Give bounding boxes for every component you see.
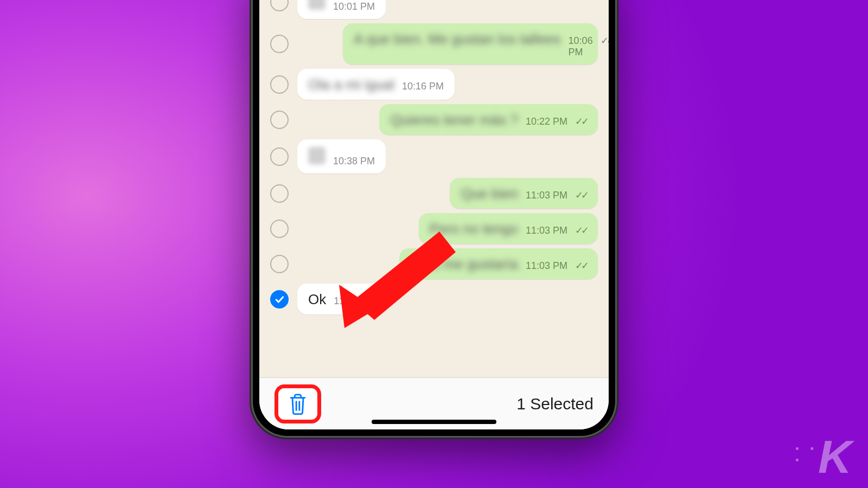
selection-circle[interactable] <box>270 111 289 129</box>
read-ticks-icon: ✓✓ <box>575 189 587 201</box>
message-time: 11:04 PM <box>334 296 375 307</box>
message-bubble-outgoing[interactable]: Pero me gustaría11:03 PM✓✓ <box>399 248 598 279</box>
message-row[interactable]: 10:38 PM <box>270 137 598 176</box>
message-time: 10:16 PM <box>402 81 444 92</box>
message-row[interactable]: Que bien11:03 PM✓✓ <box>270 176 598 211</box>
selection-circle[interactable] <box>270 75 289 94</box>
message-text: Ola a mi igual <box>308 76 394 93</box>
message-bubble-outgoing[interactable]: A que bien. Me gustan los tallees10:06 P… <box>343 23 598 65</box>
message-time: 10:38 PM <box>333 156 375 167</box>
selected-count-label: 1 Selected <box>516 395 593 413</box>
message-thumbnail <box>308 0 326 10</box>
selection-circle[interactable] <box>270 147 289 166</box>
message-row[interactable]: A que bien. Me gustan los tallees10:06 P… <box>270 21 598 67</box>
message-time: 10:22 PM <box>526 116 567 127</box>
read-ticks-icon: ✓✓ <box>575 224 587 236</box>
message-text: Pero no tengo <box>430 221 518 237</box>
message-row[interactable]: Pero me gustaría11:03 PM✓✓ <box>270 246 598 281</box>
brand-watermark: ▪ ▪▪K <box>795 425 852 478</box>
delete-button[interactable] <box>275 384 321 423</box>
message-bubble-incoming[interactable]: 10:01 PM <box>297 0 386 19</box>
message-bubble-outgoing[interactable]: Quieres tener más ?10:22 PM✓✓ <box>379 104 598 135</box>
selection-circle[interactable] <box>270 255 289 273</box>
message-time: 10:06 PM <box>569 35 593 58</box>
message-bubble-incoming[interactable]: 10:38 PM <box>297 139 386 174</box>
message-time: 11:03 PM <box>526 190 567 201</box>
message-time: 11:03 PM <box>526 225 567 236</box>
read-ticks-icon: ✓✓ <box>575 260 587 272</box>
chat-scroll-area[interactable]: 10:01 PMA que bien. Me gustan los tallee… <box>259 0 609 377</box>
message-bubble-incoming[interactable]: Ola a mi igual10:16 PM <box>297 69 455 100</box>
message-row[interactable]: 10:01 PM <box>270 0 598 21</box>
message-thumbnail <box>308 147 326 164</box>
message-bubble-outgoing[interactable]: Que bien11:03 PM✓✓ <box>450 178 598 209</box>
phone-frame: 10:01 PMA que bien. Me gustan los tallee… <box>250 0 618 439</box>
trash-icon <box>288 393 308 415</box>
message-bubble-outgoing[interactable]: Pero no tengo11:03 PM✓✓ <box>419 213 598 244</box>
selection-circle[interactable] <box>270 35 289 53</box>
message-text: Que bien <box>461 185 518 202</box>
read-ticks-icon: ✓✓ <box>601 35 609 47</box>
home-indicator <box>372 420 496 424</box>
read-ticks-icon: ✓✓ <box>575 115 587 127</box>
selection-circle[interactable] <box>270 0 289 11</box>
selection-circle[interactable] <box>270 184 289 203</box>
message-time: 10:01 PM <box>333 1 375 12</box>
message-row[interactable]: Pero no tengo11:03 PM✓✓ <box>270 211 598 246</box>
selection-circle[interactable] <box>270 220 289 238</box>
phone-screen: 10:01 PMA que bien. Me gustan los tallee… <box>259 0 609 429</box>
message-text: Quieres tener más ? <box>390 112 518 129</box>
message-text: Pero me gustaría <box>410 256 518 273</box>
selection-circle-checked[interactable] <box>270 290 289 309</box>
message-row[interactable]: Quieres tener más ?10:22 PM✓✓ <box>270 102 598 137</box>
message-text: A que bien. Me gustan los tallees <box>354 31 561 48</box>
message-text: Ok <box>308 291 326 308</box>
message-time: 11:03 PM <box>526 260 567 272</box>
message-row[interactable]: Ola a mi igual10:16 PM <box>270 67 598 102</box>
message-row[interactable]: Ok11:04 PM <box>270 281 598 317</box>
message-bubble-incoming[interactable]: Ok11:04 PM <box>297 284 386 314</box>
